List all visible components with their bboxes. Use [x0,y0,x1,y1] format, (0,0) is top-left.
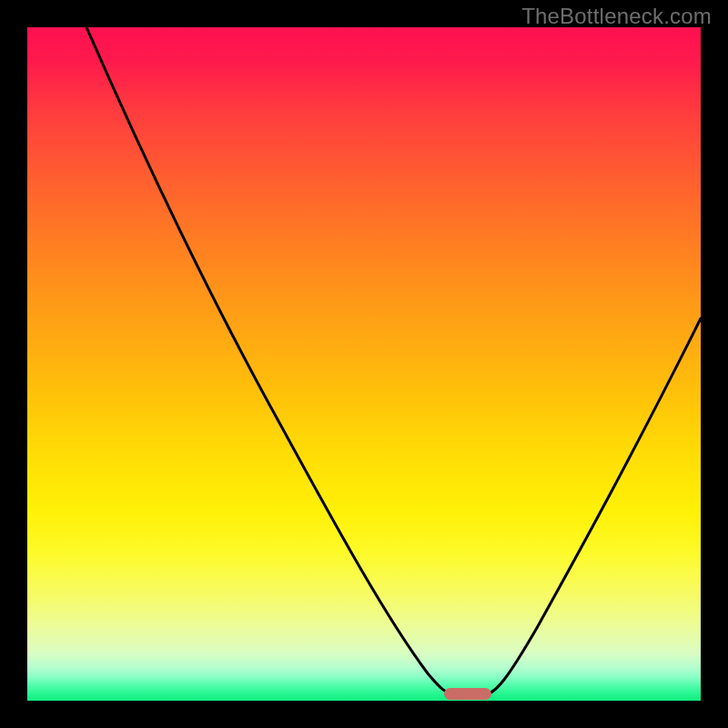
optimum-marker [444,688,491,700]
plot-area [27,27,701,701]
curve-path [86,27,701,694]
bottleneck-curve [27,27,701,701]
watermark-text: TheBottleneck.com [521,4,712,29]
chart-frame: TheBottleneck.com [0,0,728,728]
